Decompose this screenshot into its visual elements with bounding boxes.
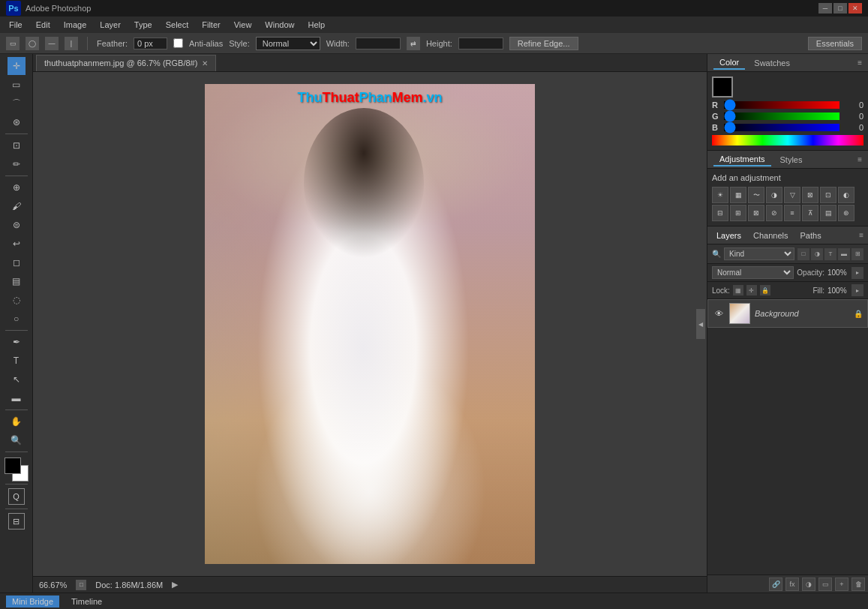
vibrance-icon[interactable]: ▽ — [784, 187, 800, 203]
pixel-filter-icon[interactable]: □ — [797, 248, 809, 260]
refine-edge-button[interactable]: Refine Edge... — [509, 37, 578, 50]
text-filter-icon[interactable]: T — [824, 248, 836, 260]
lock-position-icon[interactable]: ✛ — [746, 285, 757, 296]
link-layers-icon[interactable]: 🔗 — [769, 578, 782, 591]
smartobj-filter-icon[interactable]: ⊞ — [851, 248, 863, 260]
feather-input[interactable] — [134, 38, 167, 50]
style-select[interactable]: Normal Fixed Ratio Fixed Size — [256, 37, 320, 50]
gradient-map-icon[interactable]: ▤ — [820, 205, 836, 221]
screen-mode-toggle[interactable]: ⊟ — [8, 513, 25, 530]
document-tab[interactable]: thuthuatphanmem.jpg @ 66.7% (RGB/8#) ✕ — [36, 55, 216, 71]
invert-icon[interactable]: ⊘ — [766, 205, 782, 221]
color-lookup-icon[interactable]: ⊠ — [748, 205, 764, 221]
photo-filter-icon[interactable]: ⊟ — [712, 205, 728, 221]
tab-color[interactable]: Color — [713, 56, 745, 70]
marquee-tool[interactable]: ▭ — [8, 76, 26, 94]
opacity-arrow-icon[interactable]: ▸ — [851, 267, 863, 279]
minimize-button[interactable]: ─ — [818, 3, 832, 14]
tab-channels[interactable]: Channels — [749, 230, 792, 242]
blur-tool[interactable]: ◌ — [8, 291, 26, 309]
status-arrow-icon[interactable]: ▶ — [172, 580, 178, 590]
menu-filter[interactable]: Filter — [196, 19, 226, 31]
foreground-color[interactable] — [5, 458, 21, 474]
canvas-container[interactable]: ThuThuatPhanMem.vn ◀ — [33, 72, 707, 576]
curves-icon[interactable]: 〜 — [748, 187, 764, 203]
mini-bridge-tab[interactable]: Mini Bridge — [6, 596, 59, 608]
tab-close-button[interactable]: ✕ — [202, 59, 208, 68]
lock-all-icon[interactable]: 🔒 — [760, 285, 770, 296]
menu-file[interactable]: File — [3, 19, 29, 31]
selective-color-icon[interactable]: ⊛ — [838, 205, 854, 221]
levels-icon[interactable]: ▦ — [730, 187, 746, 203]
marquee-col-icon[interactable]: | — [65, 37, 78, 50]
threshold-icon[interactable]: ⊼ — [802, 205, 818, 221]
titlebar-controls[interactable]: ─ □ ✕ — [818, 3, 862, 14]
text-tool[interactable]: T — [8, 352, 26, 370]
quick-select-tool[interactable]: ⊛ — [8, 113, 26, 131]
menu-image[interactable]: Image — [58, 19, 93, 31]
menu-select[interactable]: Select — [160, 19, 195, 31]
shape-filter-icon[interactable]: ▬ — [838, 248, 850, 260]
menu-help[interactable]: Help — [302, 19, 331, 31]
shape-tool[interactable]: ▬ — [8, 389, 26, 407]
dodge-tool[interactable]: ○ — [8, 310, 26, 328]
brush-tool[interactable]: 🖌 — [8, 197, 26, 215]
lock-pixels-icon[interactable]: ▦ — [733, 285, 743, 296]
layers-panel-menu[interactable]: ≡ — [859, 231, 863, 239]
panel-collapse-handle[interactable]: ◀ — [696, 309, 705, 339]
path-select-tool[interactable]: ↖ — [8, 370, 26, 388]
tab-styles[interactable]: Styles — [774, 154, 809, 166]
antialias-checkbox[interactable] — [173, 38, 183, 48]
tab-adjustments[interactable]: Adjustments — [713, 153, 771, 166]
color-panel-menu[interactable]: ≡ — [857, 58, 862, 67]
menu-type[interactable]: Type — [128, 19, 158, 31]
adjustment-filter-icon[interactable]: ◑ — [811, 248, 823, 260]
hand-tool[interactable]: ✋ — [8, 412, 26, 430]
b-slider[interactable] — [724, 124, 839, 131]
color-balance-icon[interactable]: ⊡ — [820, 187, 836, 203]
width-input[interactable] — [356, 38, 401, 50]
close-button[interactable]: ✕ — [848, 3, 862, 14]
new-group-icon[interactable]: ▭ — [818, 578, 832, 591]
timeline-tab[interactable]: Timeline — [65, 596, 108, 608]
menu-window[interactable]: Window — [259, 19, 300, 31]
posterize-icon[interactable]: ≡ — [784, 205, 800, 221]
delete-layer-icon[interactable]: 🗑 — [851, 578, 865, 591]
main-color-swatch[interactable] — [712, 76, 733, 98]
exposure-icon[interactable]: ◑ — [766, 187, 782, 203]
new-fill-adj-icon[interactable]: ◑ — [802, 578, 815, 591]
fill-arrow-icon[interactable]: ▸ — [851, 284, 863, 296]
menu-layer[interactable]: Layer — [94, 19, 127, 31]
lasso-tool[interactable]: ⌒ — [8, 94, 26, 112]
brightness-contrast-icon[interactable]: ☀ — [712, 187, 728, 203]
crop-tool[interactable]: ⊡ — [8, 136, 26, 154]
clone-stamp-tool[interactable]: ⊜ — [8, 216, 26, 234]
tab-swatches[interactable]: Swatches — [748, 57, 796, 69]
gradient-tool[interactable]: ▤ — [8, 272, 26, 290]
zoom-tool[interactable]: 🔍 — [8, 431, 26, 449]
eyedropper-tool[interactable]: ✏ — [8, 155, 26, 173]
tab-layers[interactable]: Layers — [712, 230, 746, 242]
marquee-ellipse-icon[interactable]: ◯ — [26, 37, 39, 50]
adj-panel-menu[interactable]: ≡ — [857, 155, 862, 164]
essentials-button[interactable]: Essentials — [808, 37, 862, 50]
status-page-icon[interactable]: □ — [76, 580, 86, 590]
tool-colors[interactable] — [5, 458, 29, 482]
fx-icon[interactable]: fx — [785, 578, 799, 591]
swap-dimensions-icon[interactable]: ⇄ — [407, 37, 420, 50]
restore-button[interactable]: □ — [833, 3, 847, 14]
channel-mixer-icon[interactable]: ⊞ — [730, 205, 746, 221]
marquee-rect-icon[interactable]: ▭ — [6, 37, 20, 50]
height-input[interactable] — [458, 38, 503, 50]
kind-select[interactable]: Kind Name Effect Mode Attribute Color — [724, 248, 794, 260]
eraser-tool[interactable]: ◻ — [8, 254, 26, 272]
marquee-row-icon[interactable]: ― — [45, 37, 59, 50]
new-layer-icon[interactable]: + — [835, 578, 848, 591]
color-spectrum[interactable] — [712, 135, 863, 146]
quick-mask-toggle[interactable]: Q — [8, 488, 25, 505]
layer-visibility-icon[interactable]: 👁 — [713, 308, 725, 320]
menu-view[interactable]: View — [228, 19, 258, 31]
r-slider[interactable] — [724, 101, 839, 109]
layer-background[interactable]: 👁 Background 🔒 — [707, 299, 868, 328]
healing-brush-tool[interactable]: ⊕ — [8, 178, 26, 196]
